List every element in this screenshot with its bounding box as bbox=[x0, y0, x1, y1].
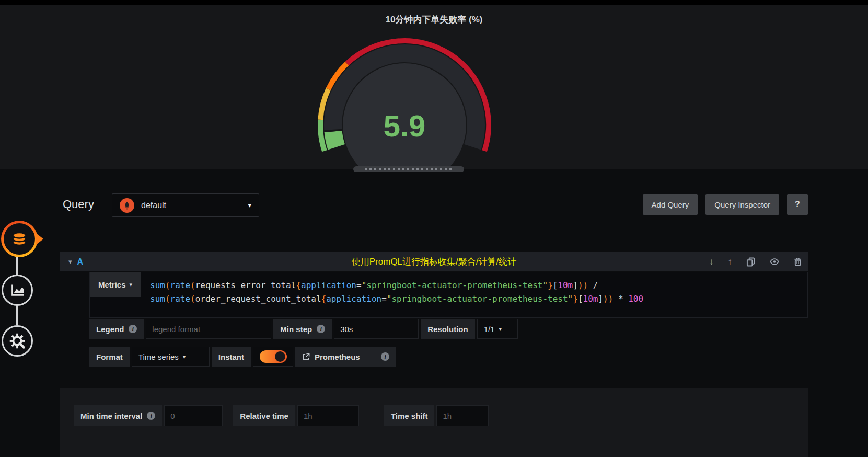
legend-label-text: Legend bbox=[96, 325, 124, 334]
min-time-interval-input[interactable] bbox=[164, 405, 223, 426]
top-divider bbox=[0, 0, 868, 5]
tab-visualization[interactable] bbox=[2, 275, 33, 306]
datasource-link[interactable]: Prometheus i bbox=[295, 347, 396, 367]
datasource-link-label: Prometheus bbox=[315, 352, 360, 361]
min-time-interval-info-icon[interactable]: i bbox=[147, 412, 155, 420]
legend-info-icon[interactable]: i bbox=[129, 325, 137, 333]
min-step-info-icon[interactable]: i bbox=[317, 325, 325, 333]
resolution-select[interactable]: 1/1 ▾ bbox=[477, 319, 518, 339]
legend-format-input[interactable] bbox=[146, 319, 271, 339]
add-query-button[interactable]: Add Query bbox=[643, 194, 698, 215]
gear-wrench-icon bbox=[7, 331, 27, 351]
legend-label: Legend i bbox=[89, 319, 144, 339]
relative-time-label: Relative time bbox=[233, 405, 295, 426]
min-step-label-text: Min step bbox=[280, 325, 312, 334]
chart-icon bbox=[8, 281, 26, 299]
chevron-down-icon: ▾ bbox=[183, 353, 186, 360]
prometheus-info-icon[interactable]: i bbox=[381, 352, 389, 361]
query-row-header[interactable]: ▾ A 使用PromQL进行指标收集/聚合/计算/统计 ↓ ↑ bbox=[60, 252, 808, 271]
tab-queries[interactable] bbox=[1, 221, 38, 257]
datasource-selected: default bbox=[141, 201, 166, 210]
resolution-label-text: Resolution bbox=[427, 325, 468, 334]
prometheus-flame-icon bbox=[120, 198, 134, 213]
duplicate-query-icon[interactable] bbox=[746, 257, 755, 267]
promql-editor[interactable]: sum(rate(requests_error_total{applicatio… bbox=[141, 272, 807, 312]
chevron-down-icon: ▾ bbox=[499, 326, 502, 333]
query-options-row-1: Legend i Min step i Resolution 1/1 ▾ bbox=[89, 319, 518, 339]
resolution-value: 1/1 bbox=[484, 325, 495, 334]
chevron-down-icon: ▾ bbox=[248, 201, 251, 209]
query-inspector-button[interactable]: Query Inspector bbox=[705, 194, 779, 215]
time-options-row: Min time interval i Relative time Time s… bbox=[74, 405, 489, 426]
query-description: 使用PromQL进行指标收集/聚合/计算/统计 bbox=[60, 256, 808, 268]
relative-time-input[interactable] bbox=[297, 405, 359, 426]
metrics-mode-label: Metrics bbox=[98, 280, 126, 289]
gauge-panel: 10分钟内下单失败率 (%) 5.9 bbox=[0, 5, 868, 169]
panel-resize-handle[interactable] bbox=[353, 166, 464, 172]
format-value: Time series bbox=[138, 352, 179, 361]
min-time-interval-label-text: Min time interval bbox=[80, 412, 142, 420]
format-select[interactable]: Time series ▾ bbox=[132, 347, 210, 367]
tab-general[interactable] bbox=[2, 325, 33, 357]
time-options-panel: Min time interval i Relative time Time s… bbox=[60, 388, 808, 457]
query-editor-block: Metrics ▾ sum(rate(requests_error_total{… bbox=[89, 272, 808, 318]
min-time-interval-label: Min time interval i bbox=[74, 405, 162, 426]
time-shift-label: Time shift bbox=[384, 405, 435, 426]
gauge-chart: 5.9 bbox=[0, 5, 868, 169]
collapse-caret-icon[interactable]: ▾ bbox=[68, 258, 72, 266]
resolution-label: Resolution bbox=[421, 319, 475, 339]
instant-toggle-container bbox=[253, 347, 293, 367]
chevron-down-icon: ▾ bbox=[130, 281, 133, 288]
active-tab-pointer bbox=[36, 233, 43, 245]
query-header: Query default ▾ Add Query Query Inspecto… bbox=[60, 192, 808, 216]
datasource-picker[interactable]: default ▾ bbox=[112, 193, 259, 217]
database-icon bbox=[7, 227, 31, 251]
format-label-text: Format bbox=[96, 352, 123, 361]
min-step-input[interactable] bbox=[334, 319, 419, 339]
instant-toggle[interactable] bbox=[260, 350, 287, 363]
delete-query-icon[interactable] bbox=[794, 257, 802, 266]
time-shift-label-text: Time shift bbox=[391, 412, 428, 420]
time-shift-input[interactable] bbox=[436, 405, 489, 426]
relative-time-label-text: Relative time bbox=[240, 412, 288, 420]
help-button[interactable]: ? bbox=[787, 194, 808, 215]
query-ref-id[interactable]: A bbox=[77, 257, 84, 267]
svg-text:5.9: 5.9 bbox=[384, 109, 426, 143]
instant-label-text: Instant bbox=[218, 352, 244, 361]
toggle-query-visibility-icon[interactable] bbox=[769, 258, 780, 266]
metrics-mode-dropdown[interactable]: Metrics ▾ bbox=[90, 272, 141, 297]
query-heading: Query bbox=[63, 198, 94, 211]
format-label: Format bbox=[89, 347, 130, 367]
move-query-down-icon[interactable]: ↓ bbox=[709, 257, 714, 266]
move-query-up-icon[interactable]: ↑ bbox=[728, 257, 733, 266]
instant-label: Instant bbox=[212, 347, 251, 367]
external-link-icon bbox=[302, 353, 310, 361]
query-options-row-2: Format Time series ▾ Instant Prometheus … bbox=[89, 347, 396, 367]
min-step-label: Min step i bbox=[273, 319, 332, 339]
